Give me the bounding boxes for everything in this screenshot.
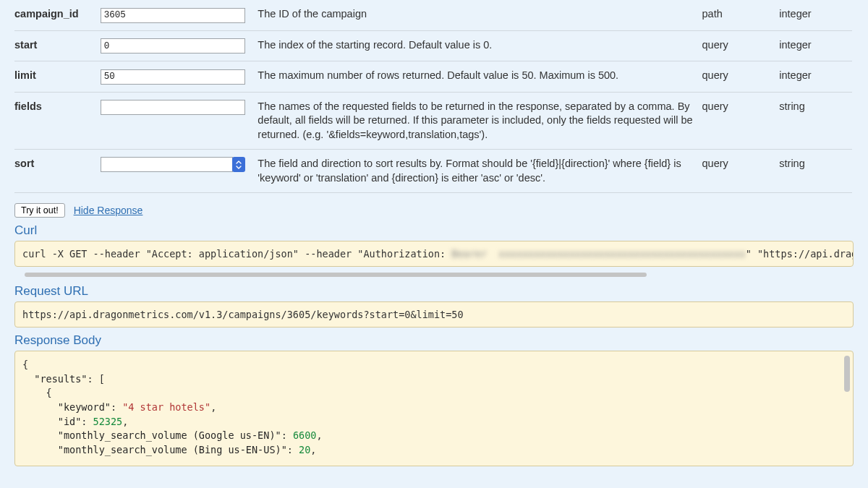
param-input-cell bbox=[101, 92, 258, 150]
param-type: integer bbox=[779, 61, 852, 93]
param-select-sort[interactable] bbox=[101, 157, 233, 172]
param-input-fields[interactable] bbox=[101, 100, 245, 115]
response-body-vertical-scrollbar[interactable] bbox=[844, 356, 850, 392]
param-input-limit[interactable] bbox=[101, 69, 245, 85]
response-body-heading: Response Body bbox=[14, 333, 854, 348]
curl-horizontal-scrollbar[interactable] bbox=[14, 271, 854, 278]
curl-heading: Curl bbox=[14, 223, 854, 238]
param-name: campaign_id bbox=[14, 0, 101, 30]
param-description: The field and direction to sort results … bbox=[258, 150, 702, 193]
param-input-cell bbox=[101, 61, 258, 93]
param-input-start[interactable] bbox=[101, 38, 245, 53]
param-type: string bbox=[779, 150, 852, 193]
param-input-cell bbox=[101, 0, 258, 30]
request-url-heading: Request URL bbox=[14, 284, 854, 299]
param-row-campaign_id: campaign_idThe ID of the campaignpathint… bbox=[14, 0, 852, 30]
curl-command-box: curl -X GET --header "Accept: applicatio… bbox=[14, 241, 854, 267]
param-row-limit: limitThe maximum number of rows returned… bbox=[14, 61, 852, 93]
param-row-fields: fieldsThe names of the requested fields … bbox=[14, 92, 852, 150]
param-type: integer bbox=[779, 30, 852, 61]
param-in: query bbox=[702, 150, 780, 193]
param-description: The maximum number of rows returned. Def… bbox=[258, 61, 702, 93]
param-input-campaign_id[interactable] bbox=[101, 8, 245, 23]
param-row-start: startThe index of the starting record. D… bbox=[14, 30, 852, 61]
param-in: query bbox=[702, 30, 780, 61]
param-type: integer bbox=[779, 0, 852, 30]
response-body-box: { "results": [ { "keyword": "4 star hote… bbox=[14, 351, 854, 466]
param-description: The index of the starting record. Defaul… bbox=[258, 30, 702, 61]
param-type: string bbox=[779, 92, 852, 150]
parameters-table: campaign_idThe ID of the campaignpathint… bbox=[14, 0, 852, 193]
param-in: query bbox=[702, 92, 780, 150]
param-in: path bbox=[702, 0, 780, 30]
try-it-out-button[interactable]: Try it out! bbox=[14, 203, 65, 218]
hide-response-link[interactable]: Hide Response bbox=[74, 205, 143, 216]
param-name: sort bbox=[14, 150, 101, 193]
action-row: Try it out! Hide Response bbox=[14, 203, 854, 218]
param-input-cell bbox=[101, 150, 258, 193]
curl-auth-blurred: Bearer xxxxxxxxxxxxxxxxxxxxxxxxxxxxxxxxx… bbox=[451, 248, 745, 260]
scrollbar-thumb[interactable] bbox=[25, 273, 647, 277]
request-url-box: https://api.dragonmetrics.com/v1.3/campa… bbox=[14, 301, 854, 328]
param-input-cell bbox=[101, 30, 258, 61]
param-name: fields bbox=[14, 92, 101, 150]
param-row-sort: sortThe field and direction to sort resu… bbox=[14, 150, 852, 193]
param-description: The ID of the campaign bbox=[258, 0, 702, 30]
curl-suffix: " "https://api.dragonmetrics.com/v bbox=[746, 248, 854, 260]
param-name: start bbox=[14, 30, 101, 61]
param-description: The names of the requested fields to be … bbox=[258, 92, 702, 150]
curl-prefix: curl -X GET --header "Accept: applicatio… bbox=[22, 248, 446, 260]
param-name: limit bbox=[14, 61, 101, 93]
param-in: query bbox=[702, 61, 780, 93]
select-dropdown-icon[interactable] bbox=[232, 157, 245, 172]
